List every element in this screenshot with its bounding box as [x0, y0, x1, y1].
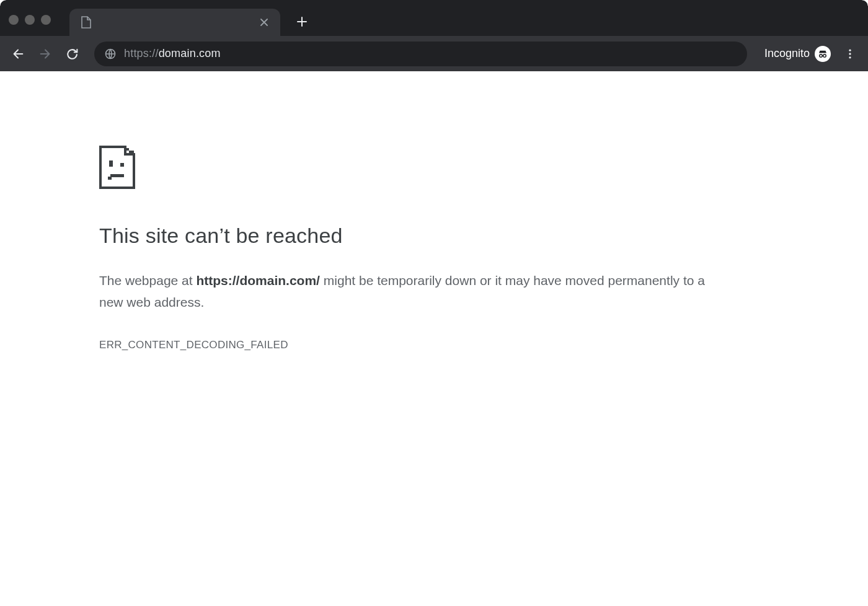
window-close-button[interactable] [9, 15, 19, 25]
site-info-icon[interactable] [104, 48, 117, 60]
tab-strip [69, 0, 312, 36]
svg-rect-21 [108, 177, 112, 180]
browser-toolbar: https://domain.com Incognito [0, 36, 868, 71]
svg-rect-9 [133, 156, 135, 189]
svg-point-3 [849, 49, 851, 51]
url-text: https://domain.com [124, 47, 737, 60]
address-bar[interactable]: https://domain.com [94, 42, 747, 66]
window-controls [9, 15, 51, 25]
window-zoom-button[interactable] [41, 15, 51, 25]
svg-rect-11 [124, 148, 126, 151]
browser-tab-active[interactable] [69, 9, 280, 36]
error-page: This site can’t be reached The webpage a… [0, 71, 719, 351]
window-minimize-button[interactable] [25, 15, 35, 25]
svg-rect-16 [131, 151, 134, 153]
svg-rect-8 [99, 187, 135, 189]
svg-rect-12 [124, 151, 126, 153]
svg-rect-15 [129, 151, 131, 153]
svg-rect-18 [109, 160, 113, 167]
svg-rect-6 [99, 146, 124, 148]
svg-rect-10 [124, 146, 126, 148]
error-code: ERR_CONTENT_DECODING_FAILED [99, 339, 719, 351]
svg-point-1 [820, 54, 823, 57]
forward-button[interactable] [33, 42, 57, 66]
incognito-indicator[interactable]: Incognito [757, 46, 835, 62]
svg-rect-14 [126, 148, 129, 151]
svg-rect-20 [110, 174, 124, 177]
url-scheme: https:// [124, 47, 159, 59]
incognito-label: Incognito [764, 47, 810, 60]
error-desc-prefix: The webpage at [99, 273, 196, 288]
back-button[interactable] [6, 42, 30, 66]
error-description: The webpage at https://domain.com/ might… [99, 270, 719, 313]
new-tab-button[interactable] [291, 11, 312, 32]
page-file-icon [81, 16, 92, 29]
error-title: This site can’t be reached [99, 224, 719, 248]
svg-point-4 [849, 53, 851, 55]
browser-menu-button[interactable] [838, 42, 862, 66]
incognito-icon [815, 46, 831, 62]
sad-document-icon [99, 146, 719, 189]
tab-strip-area [0, 0, 868, 36]
svg-rect-19 [120, 163, 124, 167]
reload-button[interactable] [61, 42, 84, 66]
svg-rect-7 [99, 146, 102, 189]
svg-point-5 [849, 56, 851, 58]
error-desc-url: https://domain.com/ [196, 273, 320, 288]
url-host: domain.com [159, 47, 221, 59]
tab-close-button[interactable] [258, 16, 270, 29]
svg-rect-17 [133, 153, 135, 156]
svg-point-2 [823, 54, 826, 57]
